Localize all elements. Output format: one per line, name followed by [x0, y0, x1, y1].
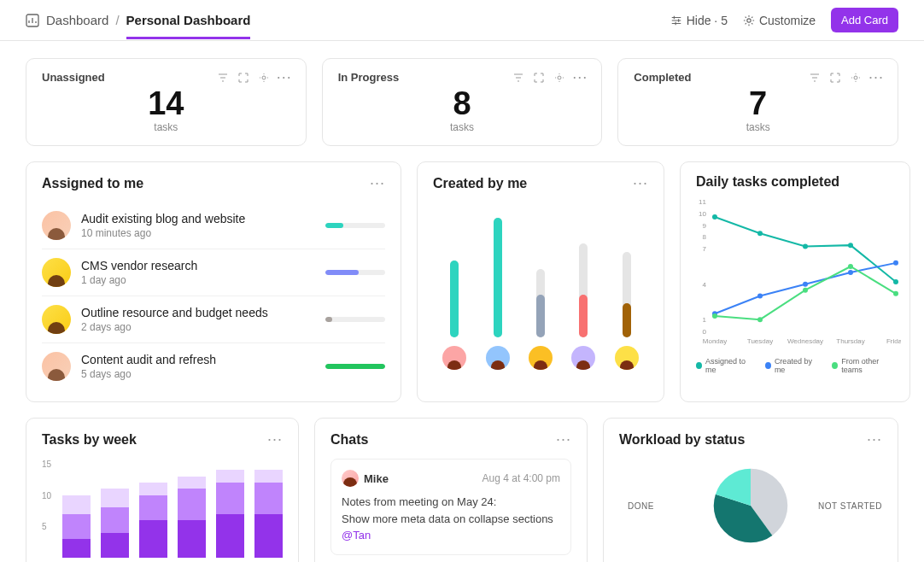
- task-time: 10 minutes ago: [81, 227, 315, 239]
- svg-point-24: [757, 294, 763, 299]
- chat-message[interactable]: Mike Aug 4 at 4:00 pm Notes from meeting…: [330, 459, 571, 555]
- filter-icon[interactable]: [809, 72, 821, 84]
- sliders-icon: [670, 15, 682, 26]
- avatar[interactable]: [615, 346, 639, 370]
- stat-unit: tasks: [338, 121, 587, 133]
- stacked-bar: [216, 470, 244, 558]
- gear-icon[interactable]: [850, 72, 862, 84]
- gear-icon[interactable]: [258, 72, 270, 84]
- vertical-bar: [494, 218, 502, 337]
- task-time: 1 day ago: [81, 274, 315, 286]
- filter-icon[interactable]: [217, 72, 229, 84]
- line-chart: 0147891011MondayTuesdayWednesdayThursday…: [696, 196, 894, 354]
- svg-point-20: [803, 244, 808, 249]
- avatar[interactable]: [571, 346, 595, 370]
- legend-item: Assigned to me: [696, 357, 751, 374]
- task-item[interactable]: Audit existing blog and website 10 minut…: [42, 202, 385, 249]
- stat-value: 7: [634, 87, 882, 120]
- avatar: [42, 305, 71, 334]
- more-icon[interactable]: ···: [370, 174, 385, 192]
- more-icon[interactable]: ···: [574, 72, 586, 84]
- content: Unassigned ··· 14 tasks In Progress: [0, 41, 924, 562]
- chats-card: Chats ··· Mike Aug 4 at 4:00 pm Notes fr…: [314, 418, 588, 562]
- expand-icon[interactable]: [533, 72, 545, 84]
- more-icon[interactable]: ···: [867, 430, 882, 448]
- task-title: Content audit and refresh: [81, 353, 315, 366]
- chat-username: Mike: [364, 472, 389, 485]
- vertical-bars: [433, 209, 648, 337]
- chart-legend: Assigned to meCreated by meFrom other te…: [696, 357, 894, 374]
- svg-point-19: [757, 231, 763, 236]
- stat-card-unassigned: Unassigned ··· 14 tasks: [26, 58, 307, 146]
- svg-point-2: [262, 76, 266, 79]
- add-card-button[interactable]: Add Card: [831, 8, 898, 32]
- svg-text:0: 0: [703, 328, 707, 336]
- card-title: Tasks by week: [42, 432, 137, 448]
- more-icon[interactable]: ···: [267, 430, 283, 448]
- tasks-by-week-card: Tasks by week ··· 51015: [26, 418, 299, 562]
- vertical-bar: [623, 252, 631, 337]
- svg-point-30: [803, 288, 808, 293]
- chat-mention[interactable]: @Tan: [342, 527, 560, 544]
- chat-line: Notes from meeting on May 24:: [342, 494, 560, 511]
- daily-tasks-card: Daily tasks completed 0147891011MondayTu…: [680, 161, 910, 402]
- task-item[interactable]: CMS vendor research 1 day ago: [42, 249, 385, 296]
- task-item[interactable]: Content audit and refresh 5 days ago: [42, 343, 385, 389]
- stacked-bar: [254, 470, 283, 558]
- stacked-bar: [139, 483, 167, 558]
- stat-title: Completed: [634, 71, 691, 84]
- bar-chart: 51015: [42, 464, 283, 558]
- svg-point-28: [712, 313, 717, 319]
- stat-title: Unassigned: [42, 71, 105, 84]
- gear-icon: [743, 15, 755, 26]
- svg-text:Wednesday: Wednesday: [787, 337, 823, 345]
- avatar[interactable]: [442, 346, 466, 370]
- more-icon[interactable]: ···: [278, 72, 290, 84]
- filter-icon[interactable]: [512, 72, 524, 84]
- assigned-to-me-card: Assigned to me ··· Audit existing blog a…: [26, 161, 401, 402]
- progress-bar: [325, 270, 385, 275]
- svg-point-31: [848, 264, 853, 269]
- breadcrumb-current[interactable]: Personal Dashboard: [126, 13, 251, 39]
- avatar[interactable]: [529, 346, 553, 370]
- stacked-bar: [62, 495, 91, 558]
- stat-title: In Progress: [338, 71, 400, 84]
- task-title: CMS vendor research: [81, 259, 315, 272]
- hide-label: Hide · 5: [687, 14, 728, 27]
- more-icon[interactable]: ···: [633, 174, 648, 192]
- svg-point-22: [893, 279, 898, 284]
- svg-point-25: [803, 282, 808, 287]
- stat-unit: tasks: [42, 121, 290, 133]
- stat-card-completed: Completed ··· 7 tasks: [617, 58, 898, 146]
- task-time: 2 days ago: [81, 321, 315, 333]
- svg-point-26: [848, 270, 853, 275]
- customize-button[interactable]: Customize: [743, 14, 816, 27]
- more-icon[interactable]: ···: [556, 430, 571, 448]
- more-icon[interactable]: ···: [870, 72, 882, 84]
- card-title: Created by me: [433, 176, 527, 191]
- gear-icon[interactable]: [553, 72, 565, 84]
- svg-text:8: 8: [703, 233, 707, 241]
- svg-point-3: [558, 76, 561, 79]
- workload-by-status-card: Workload by status ··· DONE NOT STARTED: [603, 418, 898, 562]
- legend-item: Created by me: [765, 357, 818, 374]
- svg-text:1: 1: [703, 316, 707, 324]
- customize-label: Customize: [759, 14, 816, 27]
- svg-point-21: [848, 243, 853, 248]
- stat-unit: tasks: [634, 121, 882, 133]
- pie-label-notstarted: NOT STARTED: [818, 501, 882, 511]
- expand-icon[interactable]: [237, 72, 249, 84]
- stats-row: Unassigned ··· 14 tasks In Progress: [26, 58, 898, 146]
- expand-icon[interactable]: [829, 72, 841, 84]
- chat-line: Show more meta data on collapse sections: [342, 511, 560, 528]
- svg-text:Tuesday: Tuesday: [747, 337, 773, 345]
- svg-text:Monday: Monday: [703, 337, 727, 345]
- breadcrumb-root[interactable]: Dashboard: [46, 13, 108, 27]
- hide-button[interactable]: Hide · 5: [670, 14, 728, 27]
- svg-text:4: 4: [703, 281, 707, 289]
- task-item[interactable]: Outline resource and budget needs 2 days…: [42, 296, 385, 343]
- avatar: [42, 258, 71, 287]
- header-actions: Hide · 5 Customize Add Card: [670, 8, 898, 32]
- card-title: Assigned to me: [42, 176, 143, 191]
- avatar[interactable]: [486, 346, 510, 370]
